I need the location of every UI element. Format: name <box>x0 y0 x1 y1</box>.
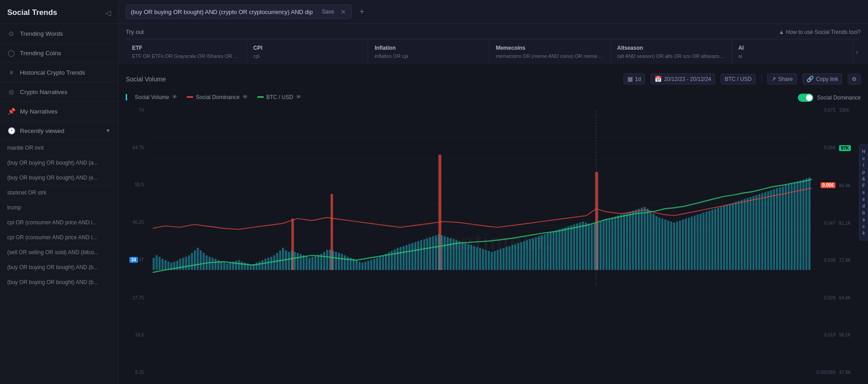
tryout-chips-row: ETF ETF OR ETFs OR Grayscale OR iShares … <box>126 39 861 64</box>
tryout-chip-cpi[interactable]: CPI cpi <box>247 39 368 64</box>
share-button[interactable]: ↗ Share <box>767 73 797 85</box>
svg-rect-18 <box>182 258 184 270</box>
recently-viewed-list: mantle OR mnt (buy OR buying OR bought) … <box>0 141 118 384</box>
svg-rect-169 <box>614 217 616 270</box>
datepicker-icon: 📅 <box>655 76 662 82</box>
asset-label: BTC / USD <box>725 76 751 82</box>
chart-canvas: santiment. 74 64.75 55.5 46.25 34 37 27.… <box>126 106 861 377</box>
svg-rect-67 <box>323 252 325 270</box>
link-icon: 🔗 <box>806 76 814 82</box>
chips-scroll-right-button[interactable]: › <box>853 39 861 64</box>
sidebar-item-trending-coins[interactable]: ◯ Trending Coins <box>0 43 118 63</box>
my-narratives-icon: 📌 <box>7 108 15 115</box>
svg-rect-164 <box>600 222 602 270</box>
asset-selector[interactable]: BTC / USD <box>721 74 755 85</box>
recent-item[interactable]: (buy OR buying OR bought) AND (b... <box>0 275 118 290</box>
svg-rect-104 <box>426 238 428 270</box>
svg-rect-193 <box>685 218 687 270</box>
svg-rect-216 <box>753 196 754 270</box>
recent-item[interactable]: (buy OR buying OR bought) AND (a... <box>0 156 118 171</box>
svg-rect-57 <box>294 252 296 270</box>
svg-rect-194 <box>688 218 690 270</box>
svg-rect-16 <box>176 261 178 270</box>
recently-viewed-header[interactable]: 🕐 Recently viewed ▼ <box>0 121 118 141</box>
query-input-wrap[interactable]: (buy OR buying OR bought) AND (crypto OR… <box>126 5 352 19</box>
svg-rect-63 <box>312 257 313 270</box>
legend-label: BTC / USD <box>266 94 293 100</box>
svg-rect-197 <box>697 214 698 270</box>
svg-rect-170 <box>617 216 619 270</box>
chip-desc: inflation OR cpi <box>375 53 483 59</box>
eye-icon[interactable]: 👁 <box>296 94 302 100</box>
chip-title: ETF <box>132 45 240 51</box>
social-dominance-toggle[interactable] <box>798 94 813 102</box>
sidebar-item-historical-crypto-trends[interactable]: ≡ Historical Crypto Trends <box>0 63 118 82</box>
svg-rect-76 <box>347 257 349 270</box>
svg-rect-125 <box>488 251 490 270</box>
svg-rect-59 <box>300 254 302 270</box>
interval-selector[interactable]: ▦ 1d <box>623 73 645 85</box>
sidebar-item-trending-words[interactable]: ⊙ Trending Words <box>0 24 118 43</box>
help-feedback-panel[interactable]: H e l p & F e e d b a c k <box>859 143 868 241</box>
recent-item[interactable]: trump <box>0 200 118 215</box>
svg-rect-179 <box>644 207 645 270</box>
svg-rect-9 <box>156 255 157 270</box>
save-button[interactable]: Save <box>320 8 336 16</box>
recent-item[interactable]: (buy OR buying OR bought) AND (b... <box>0 260 118 275</box>
tryout-chip-altseason[interactable]: Altseason (alt AND season) OR alts OR sz… <box>611 39 732 64</box>
tryout-chip-inflation[interactable]: Inflation inflation OR cpi <box>368 39 489 64</box>
svg-rect-190 <box>676 222 678 270</box>
eye-icon[interactable]: 👁 <box>242 94 248 100</box>
legend-social-dominance[interactable]: Social Dominance 👁 <box>187 94 248 100</box>
legend-btc-usd[interactable]: BTC / USD 👁 <box>257 94 302 100</box>
sidebar-collapse-icon[interactable]: ◁ <box>105 9 111 17</box>
chip-title: Inflation <box>375 45 483 51</box>
svg-rect-60 <box>303 255 304 270</box>
svg-rect-126 <box>491 252 493 270</box>
recent-item[interactable]: cpi OR (consumer AND price AND i... <box>0 215 118 230</box>
chip-title: Memecoins <box>496 45 604 51</box>
svg-rect-205 <box>720 207 722 270</box>
trending-words-icon: ⊙ <box>7 30 15 37</box>
svg-rect-132 <box>508 246 510 270</box>
chart-settings-button[interactable]: ⚙ <box>848 74 861 85</box>
recent-item[interactable]: (buy OR buying OR bought) AND (e... <box>0 171 118 185</box>
recently-viewed-icon: 🕐 <box>7 127 15 134</box>
recent-item[interactable]: mantle OR mnt <box>0 141 118 156</box>
svg-rect-160 <box>588 223 590 270</box>
svg-rect-135 <box>517 243 519 270</box>
tryout-chip-etf[interactable]: ETF ETF OR ETFs OR Grayscale OR iShares … <box>126 39 247 64</box>
svg-rect-11 <box>161 259 163 270</box>
tryout-chip-memecoins[interactable]: Memecoins memecoins OR (meme AND coins) … <box>489 39 611 64</box>
svg-rect-196 <box>694 216 696 270</box>
sidebar-item-crypto-narratives[interactable]: ◎ Crypto Narratives <box>0 82 118 102</box>
svg-rect-96 <box>406 245 408 270</box>
tryout-chip-ai[interactable]: AI ai <box>732 39 853 64</box>
add-query-button[interactable]: + <box>356 5 368 18</box>
recent-item[interactable]: starknet OR strk <box>0 185 118 200</box>
svg-rect-8 <box>153 258 155 270</box>
svg-rect-79 <box>356 260 357 270</box>
svg-rect-99 <box>414 242 416 270</box>
svg-rect-81 <box>361 263 363 270</box>
svg-rect-47 <box>267 258 269 270</box>
query-input[interactable]: (buy OR buying OR bought) AND (crypto OR… <box>131 9 317 15</box>
recent-item[interactable]: cpi OR (consumer AND price AND i... <box>0 230 118 245</box>
svg-rect-172 <box>623 213 625 270</box>
legend-social-volume[interactable]: Social Volume 👁 <box>126 94 178 100</box>
svg-rect-173 <box>626 213 628 270</box>
copy-link-button[interactable]: 🔗 Copy link <box>802 73 842 85</box>
close-query-button[interactable]: ✕ <box>340 8 347 15</box>
svg-rect-212 <box>741 200 743 270</box>
date-range-picker[interactable]: 📅 20/12/23 - 20/12/24 <box>650 73 715 85</box>
svg-rect-131 <box>506 247 508 270</box>
svg-rect-143 <box>541 235 543 270</box>
svg-rect-184 <box>659 218 660 270</box>
how-to-link[interactable]: ▲ How to use Social Trends tool? <box>779 29 861 35</box>
eye-icon[interactable]: 👁 <box>172 94 178 100</box>
svg-rect-111 <box>447 237 449 270</box>
svg-rect-153 <box>570 225 572 270</box>
svg-rect-199 <box>702 213 704 270</box>
sidebar-item-my-narratives[interactable]: 📌 My Narratives <box>0 102 118 121</box>
recent-item[interactable]: (sell OR selling OR sold) AND (bitco... <box>0 245 118 260</box>
